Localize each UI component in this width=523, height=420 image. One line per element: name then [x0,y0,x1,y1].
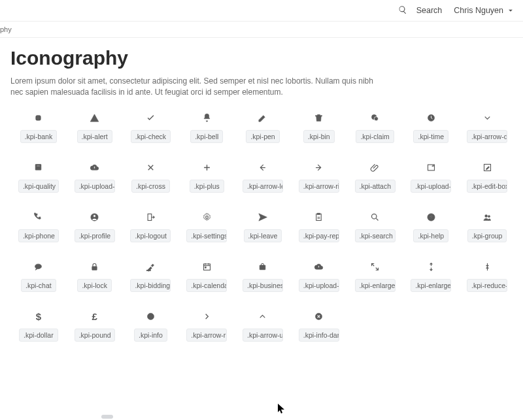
icon-cell[interactable]: .kpi-arrow-r [178,312,235,342]
svg-rect-6 [37,166,40,167]
icon-class-label: .kpi-calendar [186,279,227,292]
svg-rect-23 [203,264,210,270]
group-icon [482,212,492,223]
svg-rect-5 [36,165,42,170]
page-title: Iconography [10,47,515,69]
svg-point-10 [93,215,96,218]
icon-cell[interactable]: £.kpi-pound [67,312,123,342]
svg-rect-22 [146,270,150,271]
icon-cell[interactable]: .kpi-arrow-down [459,113,515,143]
reduce-v-icon [482,262,492,272]
icon-cell[interactable]: .kpi-pay-report [291,212,347,242]
icon-class-label: .kpi-arrow-r [186,329,227,342]
search-icon [370,212,380,223]
icon-cell[interactable]: .kpi-edit-box [459,163,515,193]
svg-text:?: ? [430,215,432,219]
icon-class-label: .kpi-claim [356,130,394,143]
icon-cell[interactable]: .kpi-phone [10,212,67,242]
leave-icon [258,212,268,223]
icon-cell[interactable]: .kpi-reduce-v [459,262,515,292]
icon-cell[interactable]: .kpi-alert [67,113,123,143]
info-solid-icon: i [145,312,156,322]
icon-cell[interactable]: .kpi-settings [178,212,235,242]
edit-box-icon [482,163,492,173]
icon-cell[interactable]: .kpi-logout [123,212,179,242]
arrow-left-icon [258,163,268,173]
icon-cell[interactable]: .kpi-arrow-right [291,163,347,193]
icon-cell[interactable]: .kpi-enlarge-v [403,262,459,292]
alert-icon [90,113,100,123]
icon-class-label: .kpi-bin [303,130,335,143]
search-label[interactable]: Search [416,6,443,15]
icon-class-label: .kpi-pay-report [299,229,339,242]
icon-cell[interactable]: .kpi-quality [10,163,67,193]
icon-cell[interactable]: .kpi-check [123,113,179,143]
breadcrumb: phy [0,22,523,37]
lock-icon [90,262,100,272]
chevron-up-icon [258,312,268,322]
icon-cell[interactable]: .kpi-leave [235,212,291,242]
icon-cell[interactable]: .kpi-bidding [123,262,179,292]
bell-icon [201,113,212,123]
icon-class-label: .kpi-cross [131,180,170,193]
icon-cell[interactable]: .kpi-chat [10,262,67,292]
icon-cell[interactable]: .kpi-calendar [178,262,235,292]
icon-cell[interactable]: .kpi-business [235,262,291,292]
icon-cell[interactable]: ?.kpi-help [403,212,459,242]
svg-rect-11 [148,214,152,221]
icon-cell[interactable]: .kpi-enlarge [347,262,403,292]
cross-circle-icon [314,312,324,322]
user-menu[interactable]: Chris Nguyen [454,6,515,15]
icon-cell[interactable]: .kpi-arrow-left [235,163,291,193]
icon-cell[interactable]: .kpi-bell [178,113,235,143]
icon-class-label: .kpi-phone [18,229,59,242]
chevron-down-icon [482,113,492,123]
arrow-right-icon [314,163,324,173]
cross-icon [145,163,156,173]
icon-cell[interactable]: .kpi-search [347,212,403,242]
pen-icon [258,113,268,123]
icon-cell[interactable]: .kpi-claim [347,113,403,143]
svg-point-19 [488,216,490,218]
icon-class-label: .kpi-leave [244,229,282,242]
cloud-up-solid-icon [314,262,324,272]
icon-class-label: .kpi-attach [355,180,396,193]
attach-icon [370,163,380,173]
svg-point-12 [205,216,208,219]
icon-cell[interactable]: .kpi-profile [67,212,123,242]
icon-cell[interactable]: $.kpi-bank [10,113,67,143]
icon-cell[interactable]: .kpi-bin [291,113,347,143]
icon-cell[interactable]: i.kpi-info [123,312,179,342]
icon-class-label: .kpi-chat [21,279,56,292]
icon-cell[interactable]: .kpi-plus [178,163,235,193]
svg-point-20 [35,264,42,269]
icon-class-label: .kpi-enlarge-v [411,279,451,292]
icon-cell[interactable]: $.kpi-dollar [10,312,67,342]
icon-class-label: .kpi-dollar [19,329,58,342]
icon-cell[interactable]: .kpi-attach [347,163,403,193]
icon-cell[interactable]: .kpi-lock [67,262,123,292]
icon-grid: $.kpi-bank.kpi-alert.kpi-check.kpi-bell.… [10,113,515,342]
upload-window-icon [426,163,436,173]
enlarge-v-icon [426,262,436,272]
icon-class-label: .kpi-arrow-left [243,180,283,193]
icon-cell[interactable]: .kpi-arrow-u [235,312,291,342]
icon-cell[interactable]: .kpi-upload-cloud [67,163,123,193]
icon-cell[interactable]: .kpi-group [459,212,515,242]
icon-class-label: .kpi-help [413,229,448,242]
icon-class-label: .kpi-check [131,130,171,143]
icon-cell[interactable]: .kpi-time [403,113,459,143]
icon-cell[interactable]: .kpi-pen [235,113,291,143]
search-icon[interactable] [398,5,407,16]
icon-cell[interactable]: .kpi-info-dark [291,312,347,342]
claim-icon [370,113,380,123]
icon-class-label: .kpi-reduce-v [467,279,507,292]
icon-cell[interactable]: .kpi-upload-window [403,163,459,193]
icon-class-label: .kpi-upload-cloud-alt [299,279,339,292]
scrollbar-stub[interactable] [101,415,113,419]
icon-class-label: .kpi-info-dark [299,329,339,342]
icon-cell[interactable]: .kpi-cross [123,163,179,193]
icon-class-label: .kpi-edit-box [467,180,507,193]
icon-class-label: .kpi-upload-window [411,180,451,193]
icon-cell[interactable]: .kpi-upload-cloud-alt [291,262,347,292]
